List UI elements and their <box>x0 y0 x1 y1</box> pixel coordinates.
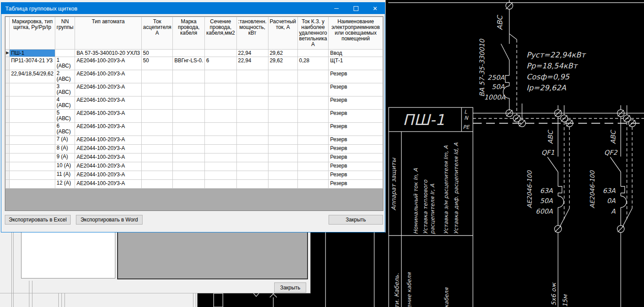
grid-cell[interactable]: Резерв <box>329 162 383 171</box>
grid-cell[interactable]: 4 (АВС) <box>55 96 75 110</box>
grid-cell[interactable] <box>142 145 173 154</box>
grid-cell[interactable] <box>10 96 55 110</box>
maximize-button[interactable] <box>346 3 365 14</box>
grid-cell[interactable]: АЕ2046-100-20У3-А <box>75 123 142 136</box>
grid-cell[interactable] <box>173 70 205 83</box>
grid-cell[interactable]: ПШ-1 <box>10 50 55 57</box>
export-excel-button[interactable]: Экспортировать в Excel <box>5 215 71 225</box>
grid-cell[interactable] <box>204 50 236 57</box>
grid-cell[interactable] <box>173 171 205 180</box>
grid-cell[interactable]: АЕ2046-100-20У3-А <box>75 57 142 70</box>
grid-cell[interactable] <box>297 83 329 96</box>
grid-row-header[interactable] <box>6 145 10 154</box>
grid-cell[interactable]: 22,94/18,54/29,62 <box>10 70 55 83</box>
grid-row-header[interactable] <box>6 136 10 145</box>
grid-cell[interactable] <box>297 145 329 154</box>
grid-cell[interactable] <box>268 180 297 189</box>
grid-row-header[interactable] <box>6 123 10 136</box>
grid-column-header[interactable]: NN группы <box>55 17 75 50</box>
grid-cell[interactable]: 50 <box>142 57 173 70</box>
grid-cell[interactable] <box>236 145 268 154</box>
grid-row-header[interactable] <box>6 70 10 83</box>
grid-cell[interactable] <box>142 162 173 171</box>
grid-cell[interactable] <box>173 110 205 123</box>
grid-column-header[interactable]: :тановленн. мощность, кВт <box>236 17 268 50</box>
grid-row-header-current[interactable]: ▶ <box>6 50 10 57</box>
grid-cell[interactable] <box>204 180 236 189</box>
grid-cell[interactable] <box>297 96 329 110</box>
grid-cell[interactable] <box>173 154 205 162</box>
grid-cell[interactable] <box>10 145 55 154</box>
grid-cell[interactable] <box>204 110 236 123</box>
grid-cell[interactable] <box>204 145 236 154</box>
grid-cell[interactable]: Резерв <box>329 154 383 162</box>
grid-column-header[interactable]: Наименование электроприемников или освещ… <box>329 17 383 50</box>
grid-cell[interactable] <box>268 145 297 154</box>
grid-cell[interactable]: АЕ2046-100-20У3-А <box>75 70 142 83</box>
grid-row-header[interactable] <box>6 96 10 110</box>
grid-cell[interactable] <box>10 171 55 180</box>
grid-row-header[interactable] <box>6 57 10 70</box>
grid-cell[interactable]: Резерв <box>329 110 383 123</box>
grid-cell[interactable]: АЕ2044-100-20У3-А <box>75 162 142 171</box>
grid-column-header[interactable]: Марка провода, кабеля <box>173 17 205 50</box>
grid-cell[interactable]: АЕ2044-100-20У3-А <box>75 154 142 162</box>
grid-cell[interactable] <box>142 171 173 180</box>
grid-cell[interactable]: 12 (А) <box>55 180 75 189</box>
grid-cell[interactable] <box>142 180 173 189</box>
grid-cell[interactable] <box>173 83 205 96</box>
grid-cell[interactable] <box>173 50 205 57</box>
grid-cell[interactable] <box>236 96 268 110</box>
grid-cell[interactable]: АЕ2044-100-20У3-А <box>75 136 142 145</box>
grid-cell[interactable] <box>173 123 205 136</box>
grid-cell[interactable] <box>297 70 329 83</box>
grid-cell[interactable] <box>55 50 75 57</box>
grid-cell[interactable] <box>297 171 329 180</box>
grid-cell[interactable] <box>142 136 173 145</box>
grid-cell[interactable] <box>173 145 205 154</box>
grid-cell[interactable] <box>10 180 55 189</box>
grid-cell[interactable]: 7 (А) <box>55 136 75 145</box>
title-bar[interactable]: Таблица групповых щитков ✕ <box>1 3 385 14</box>
grid-cell[interactable] <box>142 96 173 110</box>
grid-corner-header[interactable] <box>6 17 10 50</box>
grid-cell[interactable] <box>297 110 329 123</box>
grid-column-header[interactable]: Тип автомата <box>75 17 142 50</box>
grid-cell[interactable] <box>173 136 205 145</box>
grid-cell[interactable]: 2 (АВС) <box>55 70 75 83</box>
grid-cell[interactable] <box>268 70 297 83</box>
export-word-button[interactable]: Экспортировать в Word <box>76 215 143 225</box>
grid-cell[interactable] <box>268 110 297 123</box>
close-button[interactable]: ✕ <box>365 3 385 14</box>
grid-cell[interactable] <box>236 180 268 189</box>
grid-cell[interactable] <box>10 162 55 171</box>
grid-cell[interactable] <box>297 162 329 171</box>
grid-cell[interactable] <box>173 180 205 189</box>
grid-row-header[interactable] <box>6 154 10 162</box>
grid-cell[interactable]: Резерв <box>329 70 383 83</box>
grid-cell[interactable]: 1 (АВС) <box>55 57 75 70</box>
grid-cell[interactable]: Резерв <box>329 96 383 110</box>
grid-cell[interactable] <box>204 123 236 136</box>
grid-cell[interactable] <box>268 96 297 110</box>
grid-cell[interactable] <box>10 83 55 96</box>
grid-cell[interactable] <box>236 154 268 162</box>
grid-cell[interactable] <box>10 154 55 162</box>
grid-cell[interactable]: Ввод <box>329 50 383 57</box>
grid-cell[interactable]: 10 (А) <box>55 162 75 171</box>
data-grid[interactable]: Маркировка, тип щитка, Ру/Рр/IрNN группы… <box>5 16 383 211</box>
grid-cell[interactable] <box>173 162 205 171</box>
grid-cell[interactable] <box>268 154 297 162</box>
grid-cell[interactable] <box>297 50 329 57</box>
grid-cell[interactable] <box>204 171 236 180</box>
grid-cell[interactable] <box>268 162 297 171</box>
grid-cell[interactable]: АЕ2044-100-20У3-А <box>75 180 142 189</box>
grid-cell[interactable]: АЕ2044-100-20У3-А <box>75 171 142 180</box>
grid-column-header[interactable]: Расчетный ток, А <box>268 17 297 50</box>
grid-column-header[interactable]: Маркировка, тип щитка, Ру/Рр/Iр <box>10 17 55 50</box>
grid-cell[interactable] <box>236 162 268 171</box>
grid-cell[interactable] <box>142 123 173 136</box>
grid-cell[interactable] <box>297 180 329 189</box>
grid-cell[interactable]: 29,62 <box>268 50 297 57</box>
grid-cell[interactable] <box>268 136 297 145</box>
